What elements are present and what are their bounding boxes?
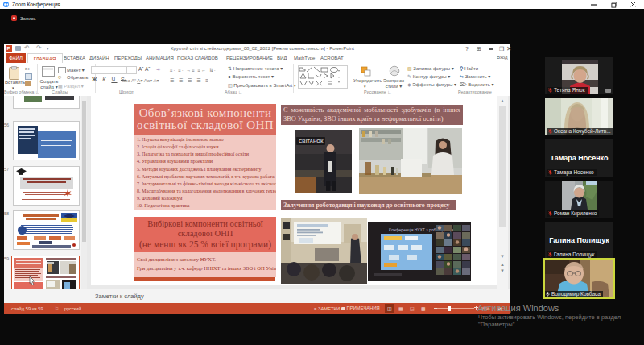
svg-text:СВІТАНОК: СВІТАНОК: [299, 139, 324, 143]
